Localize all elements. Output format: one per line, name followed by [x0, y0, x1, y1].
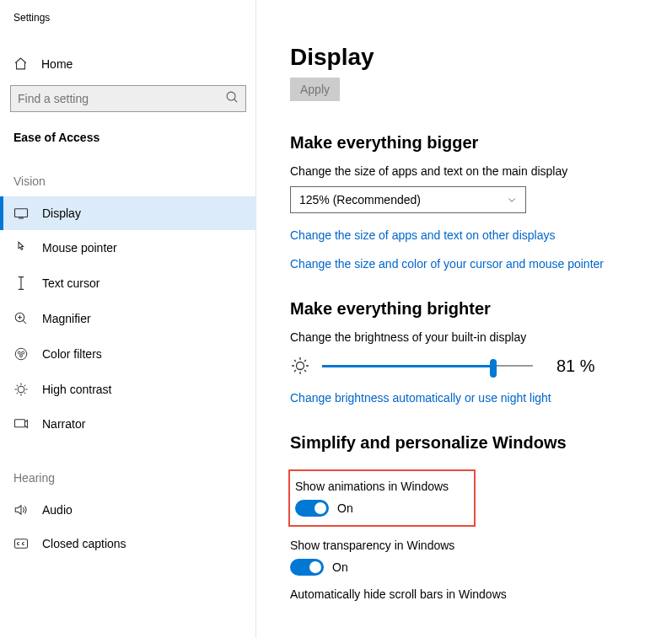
- chevron-down-icon: [507, 195, 517, 205]
- toggle-transparency[interactable]: [290, 559, 324, 576]
- sidebar-item-label: Mouse pointer: [42, 241, 117, 255]
- sidebar: Settings Home Ease of Access Vision Disp…: [0, 0, 256, 638]
- section-heading-brighter: Make everything brighter: [290, 299, 672, 319]
- sidebar-item-label: Audio: [42, 503, 73, 517]
- page-title: Display: [290, 44, 672, 71]
- magnifier-icon: [13, 311, 29, 326]
- sidebar-item-magnifier[interactable]: Magnifier: [0, 301, 256, 336]
- category-header: Ease of Access: [0, 112, 256, 144]
- svg-rect-8: [15, 420, 25, 427]
- sidebar-item-label: Color filters: [42, 347, 102, 361]
- sidebar-item-mouse-pointer[interactable]: Mouse pointer: [0, 230, 256, 265]
- svg-point-5: [22, 351, 24, 354]
- sidebar-item-label: Display: [42, 206, 81, 220]
- sidebar-item-label: High contrast: [42, 383, 111, 396]
- toggle-label-scrollbars: Automatically hide scroll bars in Window…: [290, 587, 672, 601]
- sidebar-item-label: Magnifier: [42, 312, 91, 325]
- toggle-state-animations: On: [337, 501, 353, 515]
- home-nav[interactable]: Home: [0, 47, 256, 80]
- svg-point-6: [20, 355, 23, 357]
- toggle-row-scrollbars: Automatically hide scroll bars in Window…: [290, 587, 672, 601]
- search-icon: [225, 90, 239, 105]
- closed-captions-icon: [13, 538, 29, 550]
- link-night-light[interactable]: Change brightness automatically or use n…: [290, 391, 672, 405]
- toggle-label-animations: Show animations in Windows: [295, 480, 449, 493]
- sidebar-item-label: Narrator: [42, 417, 85, 431]
- group-hearing: Hearing: [0, 471, 256, 485]
- display-icon: [13, 207, 29, 219]
- svg-point-7: [18, 386, 24, 393]
- color-filters-icon: [13, 346, 29, 362]
- toggle-row-transparency: Show transparency in Windows On: [290, 539, 672, 576]
- svg-rect-9: [15, 539, 28, 549]
- search-input[interactable]: [10, 85, 246, 112]
- group-vision: Vision: [0, 174, 256, 188]
- svg-rect-1: [15, 209, 28, 217]
- sidebar-item-color-filters[interactable]: Color filters: [0, 336, 256, 372]
- sidebar-divider: [255, 0, 256, 638]
- brightness-slider[interactable]: [322, 357, 533, 374]
- link-cursor-pointer[interactable]: Change the size and color of your cursor…: [290, 257, 672, 271]
- sidebar-item-audio[interactable]: Audio: [0, 493, 256, 527]
- toggle-label-transparency: Show transparency in Windows: [290, 539, 672, 552]
- sun-icon: [290, 356, 310, 376]
- app-title: Settings: [0, 0, 256, 24]
- sidebar-item-display[interactable]: Display: [0, 196, 256, 230]
- scale-dropdown-value: 125% (Recommended): [299, 193, 421, 206]
- high-contrast-icon: [13, 382, 29, 397]
- svg-point-3: [15, 348, 27, 360]
- svg-point-10: [297, 362, 304, 370]
- svg-point-0: [227, 92, 235, 100]
- home-icon: [13, 56, 28, 71]
- text-cursor-icon: [13, 276, 29, 291]
- search-wrap: [10, 85, 246, 112]
- audio-icon: [13, 503, 29, 517]
- home-label: Home: [41, 57, 73, 71]
- sidebar-item-label: Closed captions: [42, 537, 126, 550]
- highlight-box: Show animations in Windows On: [288, 469, 476, 527]
- link-other-displays[interactable]: Change the size of apps and text on othe…: [290, 228, 672, 242]
- main-pane: Display Apply Make everything bigger Cha…: [256, 0, 672, 638]
- section-heading-bigger: Make everything bigger: [290, 133, 672, 153]
- narrator-icon: [13, 417, 29, 431]
- sidebar-item-narrator[interactable]: Narrator: [0, 407, 256, 441]
- scale-dropdown[interactable]: 125% (Recommended): [290, 186, 526, 213]
- section-heading-simplify: Simplify and personalize Windows: [290, 433, 672, 453]
- toggle-animations[interactable]: [295, 500, 329, 517]
- sidebar-item-text-cursor[interactable]: Text cursor: [0, 265, 256, 301]
- mouse-pointer-icon: [13, 240, 29, 255]
- svg-point-4: [18, 351, 20, 354]
- brightness-row: 81 %: [290, 356, 672, 376]
- sidebar-item-high-contrast[interactable]: High contrast: [0, 372, 256, 407]
- bigger-desc: Change the size of apps and text on the …: [290, 164, 672, 178]
- brighter-desc: Change the brightness of your built-in d…: [290, 330, 672, 344]
- toggle-state-transparency: On: [332, 560, 348, 574]
- apply-button[interactable]: Apply: [290, 78, 340, 101]
- sidebar-item-closed-captions[interactable]: Closed captions: [0, 527, 256, 560]
- sidebar-item-label: Text cursor: [42, 276, 99, 290]
- brightness-value: 81 %: [556, 357, 595, 376]
